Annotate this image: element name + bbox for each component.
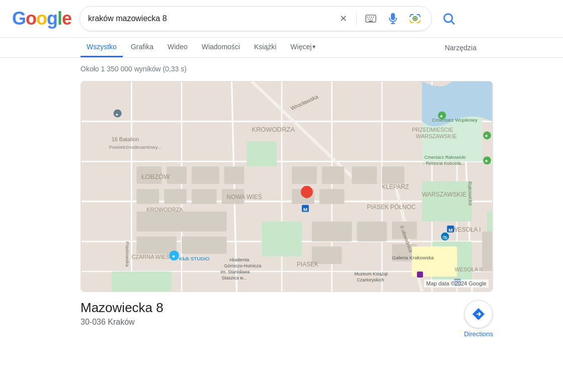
directions-container[interactable]: Directions: [464, 300, 493, 338]
tab-ksiazki[interactable]: Książki: [248, 38, 282, 57]
map-svg: Wrocławska II obwodnica Rakowicka Pawia …: [81, 81, 493, 291]
svg-text:●: ●: [172, 253, 175, 259]
search-icon: [442, 12, 456, 26]
svg-text:WARSZAWSKIE: WARSZAWSKIE: [422, 191, 467, 198]
svg-rect-48: [192, 189, 217, 204]
search-actions: ✕: [336, 11, 423, 27]
svg-rect-38: [247, 141, 277, 166]
tab-wszystko[interactable]: Wszystko: [81, 38, 123, 57]
logo-letter-l: l: [57, 8, 62, 29]
svg-rect-50: [292, 166, 317, 184]
svg-rect-5: [368, 19, 369, 20]
svg-text:WESOŁA II: WESOŁA II: [454, 266, 482, 272]
svg-rect-2: [369, 17, 370, 18]
svg-rect-6: [370, 19, 371, 20]
logo-letter-g2: g: [47, 8, 57, 29]
svg-rect-53: [319, 189, 345, 204]
results-info: Około 1 350 000 wyników (0,33 s): [0, 58, 563, 77]
keyboard-icon: [365, 13, 377, 25]
svg-rect-47: [224, 166, 245, 184]
svg-text:KLEPARZ: KLEPARZ: [382, 183, 409, 190]
logo-letter-o2: o: [36, 8, 47, 29]
location-address: 30-036 Kraków: [81, 318, 464, 327]
camera-icon: [409, 13, 421, 25]
svg-text:ŁOBZÓW: ŁOBZÓW: [141, 173, 170, 180]
clear-button[interactable]: ✕: [336, 12, 350, 26]
svg-rect-44: [136, 189, 159, 204]
svg-rect-56: [136, 212, 226, 232]
location-name: Mazowiecka 8: [81, 300, 464, 316]
search-input[interactable]: [88, 14, 332, 23]
keyboard-button[interactable]: [363, 11, 379, 27]
svg-rect-59: [312, 222, 352, 242]
svg-text:Klub STUDIO: Klub STUDIO: [179, 256, 209, 261]
svg-text:Cmentarz Rakowicki: Cmentarz Rakowicki: [425, 155, 465, 160]
svg-rect-60: [357, 222, 387, 242]
svg-rect-3: [371, 17, 372, 18]
svg-text:M: M: [303, 207, 307, 212]
header: G o o g l e ✕: [0, 0, 563, 38]
svg-text:NOWA WIEŚ: NOWA WIEŚ: [227, 193, 262, 201]
svg-rect-1: [367, 17, 368, 18]
svg-rect-115: [417, 271, 423, 277]
svg-text:KROWODRZA: KROWODRZA: [252, 126, 295, 133]
svg-rect-58: [182, 237, 227, 254]
svg-rect-54: [352, 166, 377, 184]
svg-rect-34: [262, 222, 302, 257]
svg-text:Czartoryskich: Czartoryskich: [357, 277, 384, 282]
results-count: Około 1 350 000 wyników (0,33 s): [81, 65, 187, 73]
svg-rect-45: [164, 189, 187, 204]
google-logo[interactable]: G o o g l e: [12, 8, 71, 29]
svg-text:KROWODRZA: KROWODRZA: [146, 207, 183, 213]
svg-text:Piastowska: Piastowska: [125, 241, 130, 267]
svg-text:♠: ♠: [485, 158, 488, 163]
map-attribution: Map data ©2024 Google: [424, 279, 489, 287]
tools-button[interactable]: Narzędzia: [439, 39, 482, 57]
svg-rect-8: [369, 21, 373, 22]
svg-text:Staszica w...: Staszica w...: [222, 275, 247, 280]
svg-rect-46: [192, 166, 219, 184]
svg-rect-4: [373, 17, 374, 18]
svg-text:im. Stanisława: im. Stanisława: [221, 269, 250, 274]
camera-button[interactable]: [407, 11, 423, 27]
mic-icon: [387, 13, 399, 25]
svg-text:M: M: [448, 227, 452, 233]
svg-rect-7: [372, 19, 373, 20]
svg-text:16 Batalion: 16 Batalion: [112, 136, 139, 142]
svg-text:WESOŁA I: WESOŁA I: [452, 226, 480, 233]
clear-icon: ✕: [338, 14, 348, 24]
tab-wiecej[interactable]: Więcej ▾: [284, 38, 321, 57]
svg-rect-57: [136, 237, 177, 254]
chevron-down-icon: ▾: [312, 43, 315, 50]
tab-wideo[interactable]: Wideo: [162, 38, 194, 57]
svg-rect-51: [322, 166, 345, 184]
svg-point-12: [414, 18, 416, 20]
search-divider: [356, 13, 357, 25]
svg-text:Rakowicka: Rakowicka: [467, 181, 473, 206]
svg-text:WARSZAWSKIE: WARSZAWSKIE: [416, 133, 457, 139]
tab-wiadomosci[interactable]: Wiadomości: [196, 38, 246, 57]
search-button[interactable]: [440, 10, 458, 28]
svg-line-14: [451, 21, 454, 24]
svg-text:Akademia: Akademia: [229, 257, 250, 262]
nav-tabs: Wszystko Grafika Wideo Wiadomości Książk…: [0, 38, 563, 58]
location-info: Mazowiecka 8 30-036 Kraków Directions: [81, 292, 493, 338]
svg-rect-55: [382, 166, 405, 184]
directions-icon: [470, 306, 487, 322]
svg-text:PIASEK: PIASEK: [297, 261, 318, 268]
tab-grafika[interactable]: Grafika: [125, 38, 159, 57]
svg-rect-36: [422, 181, 472, 222]
svg-text:- Rektorat Kościoła...: - Rektorat Kościoła...: [423, 161, 465, 166]
svg-rect-35: [112, 271, 172, 291]
directions-button[interactable]: [464, 300, 493, 328]
main-content: Wrocławska II obwodnica Rakowicka Pawia …: [0, 77, 563, 348]
svg-rect-64: [482, 232, 492, 272]
mic-button[interactable]: [385, 11, 401, 27]
svg-text:Galeria Krakowska: Galeria Krakowska: [392, 255, 434, 260]
map-container[interactable]: Wrocławska II obwodnica Rakowicka Pawia …: [81, 81, 493, 292]
svg-text:♠: ♠: [440, 113, 443, 119]
svg-text:Muzeum Książąt: Muzeum Książąt: [354, 271, 388, 276]
svg-text:🛍: 🛍: [443, 235, 448, 240]
svg-text:CZARNA WIEŚ: CZARNA WIEŚ: [131, 254, 169, 260]
search-bar: ✕: [79, 6, 432, 31]
